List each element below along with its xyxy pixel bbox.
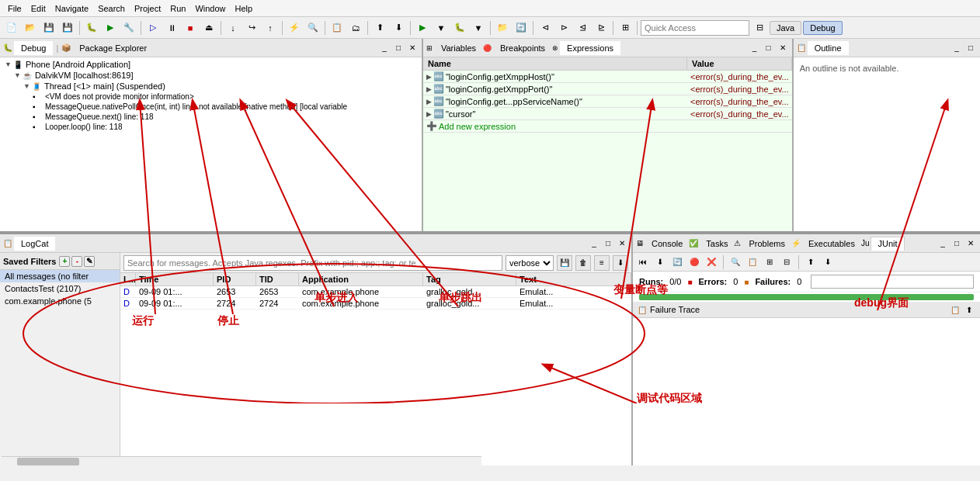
inspect-button[interactable]: 🔍: [304, 19, 321, 36]
junit-btn-2[interactable]: ⬇: [653, 255, 667, 269]
logcat-search-input[interactable]: [123, 255, 502, 271]
junit-btn-4[interactable]: 🔴: [687, 255, 701, 269]
expr-row-2[interactable]: ▶ 🔤 "loginConfig.get...ppServiceName()" …: [423, 95, 792, 108]
filter-item-phone[interactable]: com.example.phone (5: [0, 295, 120, 307]
tree-item-mq1[interactable]: ▪ MessageQueue.nativePollOnce(int, int) …: [2, 102, 420, 112]
junit-run-input[interactable]: [811, 275, 974, 289]
logcat-tab[interactable]: LogCat: [14, 237, 55, 251]
tree-expand-thread[interactable]: ▼: [23, 82, 30, 90]
console-close-icon[interactable]: ✕: [964, 237, 977, 250]
toolbar-btn-e[interactable]: ⊞: [617, 19, 634, 36]
tree-item-mq2[interactable]: ▪ MessageQueue.next() line: 118: [2, 112, 420, 122]
menu-run[interactable]: Run: [165, 2, 190, 15]
junit-btn-5[interactable]: ❌: [704, 255, 718, 269]
open-button[interactable]: 📂: [22, 19, 39, 36]
menu-project[interactable]: Project: [130, 2, 165, 15]
terminate-button[interactable]: ■: [182, 19, 199, 36]
toolbar-btn-b[interactable]: ⊳: [555, 19, 572, 36]
open-resource-button[interactable]: 🗂: [347, 19, 364, 36]
logcat-toggle-button[interactable]: ≡: [594, 255, 610, 271]
junit-btn-11[interactable]: ⬇: [821, 255, 835, 269]
toolbar-btn-a[interactable]: ⊲: [537, 19, 554, 36]
debug-close-icon[interactable]: ✕: [406, 42, 419, 54]
junit-btn-7[interactable]: 📋: [745, 255, 759, 269]
logcat-maximize-icon[interactable]: □: [602, 237, 614, 250]
expand-icon-2[interactable]: ▶: [426, 98, 432, 106]
outline-minimize-icon[interactable]: _: [950, 42, 963, 54]
filter-item-all[interactable]: All messages (no filter: [0, 270, 120, 282]
package-explorer-tab[interactable]: Package Explorer: [72, 41, 154, 55]
expr-row-0[interactable]: ▶ 🔤 "loginConfig.getXmppHost()" <error(s…: [423, 71, 792, 83]
logcat-minimize-icon[interactable]: _: [588, 237, 600, 250]
outline-tab[interactable]: Outline: [808, 41, 849, 55]
step-return-button[interactable]: ↑: [262, 19, 279, 36]
expr-close-icon[interactable]: ✕: [777, 42, 789, 54]
failure-trace-copy-button[interactable]: 📋: [949, 303, 961, 316]
expr-minimize-icon[interactable]: _: [749, 42, 761, 54]
junit-btn-8[interactable]: ⊞: [763, 255, 777, 269]
step-over-button[interactable]: ↪: [243, 19, 260, 36]
tree-item-vm[interactable]: ▪ <VM does not provide monitor informati…: [2, 92, 420, 102]
tree-item-thread[interactable]: ▼ 🧵 Thread [<1> main] (Suspended): [2, 81, 420, 92]
quick-access-input[interactable]: [641, 20, 749, 36]
logcat-row-1[interactable]: D 09-09 01:... 2724 2724 com.example.pho…: [120, 298, 631, 310]
menu-edit[interactable]: Edit: [26, 2, 50, 15]
problems-tab[interactable]: Problems: [742, 237, 791, 250]
menu-help[interactable]: Help: [231, 2, 258, 15]
run2-button[interactable]: ▶: [414, 19, 431, 36]
tasks-tab[interactable]: Tasks: [700, 237, 734, 250]
refresh-button[interactable]: 🔄: [513, 19, 530, 36]
expand-icon-1[interactable]: ▶: [426, 85, 432, 93]
tree-expand-dalvik[interactable]: ▼: [14, 71, 21, 79]
suspend-button[interactable]: ⏸: [163, 19, 180, 36]
debug-perspective-button[interactable]: Debug: [803, 21, 842, 35]
use-step-filters-button[interactable]: ⚡: [286, 19, 303, 36]
logcat-scroll-button[interactable]: ⬇: [613, 255, 628, 271]
tree-item-dalvik[interactable]: ▼ ☕ DalvikVM [localhost:8619]: [2, 70, 420, 81]
console-maximize-icon[interactable]: □: [950, 237, 963, 250]
filter-edit-button[interactable]: ✎: [84, 256, 95, 267]
logcat-row-0[interactable]: D 09-09 01:... 2653 2653 com.example.pho…: [120, 286, 631, 298]
prev-annotation-button[interactable]: ⬆: [371, 19, 388, 36]
junit-btn-6[interactable]: 🔍: [728, 255, 742, 269]
logcat-close-icon[interactable]: ✕: [616, 237, 628, 250]
breakpoints-tab[interactable]: Breakpoints: [493, 41, 552, 55]
outline-maximize-icon[interactable]: □: [964, 42, 977, 54]
resume-button[interactable]: ▷: [144, 19, 162, 36]
junit-btn-3[interactable]: 🔄: [670, 255, 684, 269]
failure-trace-expand-button[interactable]: ⬆: [963, 303, 975, 316]
toolbar-btn-c[interactable]: ⊴: [574, 19, 591, 36]
toolbar-btn-d[interactable]: ⊵: [593, 19, 610, 36]
junit-tab[interactable]: JUnit: [871, 237, 904, 251]
filter-add-button[interactable]: +: [59, 256, 70, 267]
menu-window[interactable]: Window: [190, 2, 230, 15]
executables-tab[interactable]: Executables: [802, 237, 861, 250]
junit-btn-1[interactable]: ⏮: [636, 255, 650, 269]
debug2-button[interactable]: 🐛: [451, 19, 468, 36]
run-dropdown[interactable]: ▼: [433, 19, 450, 36]
external-tools-button[interactable]: 🔧: [120, 19, 137, 36]
disconnect-button[interactable]: ⏏: [200, 19, 217, 36]
java-perspective-button[interactable]: Java: [770, 21, 801, 35]
save-all-button[interactable]: 💾: [59, 19, 76, 36]
junit-btn-10[interactable]: ⬆: [804, 255, 818, 269]
tree-item-looper[interactable]: ▪ Looper.loop() line: 118: [2, 122, 420, 132]
menu-file[interactable]: File: [3, 2, 26, 15]
menu-navigate[interactable]: Navigate: [50, 2, 93, 15]
next-annotation-button[interactable]: ⬇: [390, 19, 407, 36]
open-file-button[interactable]: 📁: [494, 19, 511, 36]
menu-search[interactable]: Search: [93, 2, 130, 15]
console-tab[interactable]: Console: [645, 237, 689, 250]
console-minimize-icon[interactable]: _: [937, 237, 949, 250]
debug-dropdown[interactable]: ▼: [470, 19, 487, 36]
filter-remove-button[interactable]: -: [71, 256, 82, 267]
open-type-button[interactable]: 📋: [328, 19, 346, 36]
logcat-clear-button[interactable]: 🗑: [575, 255, 591, 271]
expr-row-3[interactable]: ▶ 🔤 "cursor" <error(s)_during_the_ev...: [423, 108, 792, 120]
step-into-button[interactable]: ↓: [224, 19, 242, 36]
debug-maximize-icon[interactable]: □: [392, 42, 405, 54]
expressions-tab[interactable]: Expressions: [560, 41, 620, 55]
logcat-level-select[interactable]: verbose debug info warn error: [506, 255, 554, 271]
junit-btn-9[interactable]: ⊟: [780, 255, 794, 269]
tree-expand-phone[interactable]: ▼: [5, 61, 12, 68]
